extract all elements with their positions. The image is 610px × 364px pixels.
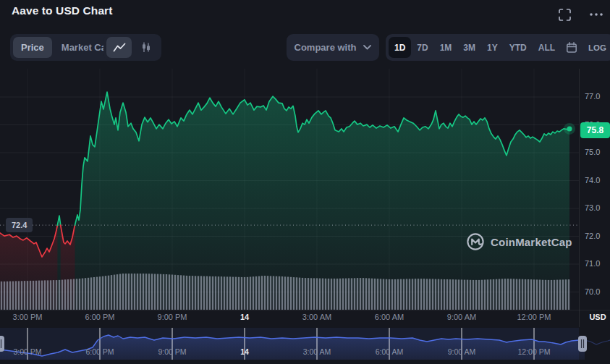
- current-price-badge: 75.8: [580, 122, 610, 138]
- x-axis-label: 9:00 AM: [447, 313, 476, 321]
- range-button-3m[interactable]: 3M: [457, 37, 481, 58]
- aave-chart-widget: Aave to USD Chart PriceMarket Cap: [0, 0, 610, 364]
- y-axis-label: 73.0: [585, 203, 600, 212]
- fullscreen-icon: [559, 9, 571, 21]
- calendar-icon: [566, 42, 577, 54]
- navigator-tick-label: 12:00 PM: [518, 347, 551, 356]
- more-options-button[interactable]: [586, 7, 606, 22]
- y-axis-label: 72.0: [585, 232, 600, 240]
- chart-type-toggle: [103, 34, 161, 61]
- open-price-badge: 72.4: [6, 218, 33, 232]
- y-axis-separator: [579, 69, 580, 327]
- navigator-left-handle[interactable]: [0, 336, 4, 352]
- x-axis-label: 14: [240, 313, 249, 321]
- current-price-dot: [567, 126, 572, 131]
- navigator-tick-label: 6:00 AM: [376, 347, 404, 356]
- navigator-tick-label: 9:00 AM: [448, 347, 476, 356]
- x-axis-label: 9:00 PM: [158, 313, 187, 321]
- metric-tab-price[interactable]: Price: [13, 37, 52, 58]
- compare-with-button[interactable]: Compare with: [287, 34, 379, 61]
- y-axis-label: 75.0: [585, 148, 600, 156]
- fullscreen-button[interactable]: [556, 7, 573, 22]
- x-axis-label: 6:00 AM: [375, 313, 404, 321]
- x-axis-label: 12:00 PM: [517, 313, 551, 321]
- y-axis-label: 70.0: [585, 287, 600, 296]
- range-button-7d[interactable]: 7D: [411, 37, 433, 58]
- range-button-1m[interactable]: 1M: [434, 37, 458, 58]
- y-axis-label: 77.0: [585, 92, 600, 101]
- log-scale-button[interactable]: LOG: [583, 37, 610, 58]
- range-button-ytd[interactable]: YTD: [504, 37, 533, 58]
- price-chart-plot[interactable]: [0, 69, 610, 310]
- range-list: 1D7D1M3M1YYTDALL: [389, 37, 561, 58]
- y-axis-label: 71.0: [585, 259, 600, 268]
- x-axis-label: 3:00 PM: [13, 313, 43, 321]
- navigator-tick-label: 3:00 PM: [13, 347, 41, 356]
- compare-with-label: Compare with: [295, 42, 357, 53]
- navigator-tick-label: 9:00 PM: [158, 347, 186, 356]
- candlestick-chart-type-button[interactable]: [133, 37, 158, 58]
- coinmarketcap-logo-icon: [466, 232, 485, 251]
- chevron-down-icon: [363, 45, 371, 50]
- line-chart-type-button[interactable]: [106, 37, 132, 58]
- x-axis-label: 6:00 PM: [85, 313, 115, 321]
- range-button-1d[interactable]: 1D: [389, 37, 411, 58]
- watermark-text: CoinMarketCap: [491, 236, 572, 248]
- page-title: Aave to USD Chart: [12, 4, 113, 17]
- navigator-tick-label: 6:00 PM: [85, 347, 114, 356]
- range-navigator[interactable]: 3:00 PM6:00 PM9:00 PM143:00 AM6:00 AM9:0…: [0, 328, 610, 360]
- navigator-tick-label: 3:00 AM: [303, 347, 331, 356]
- x-axis-label: 3:00 AM: [302, 313, 331, 321]
- x-axis-baseline: [0, 310, 610, 310]
- ellipsis-icon: [589, 12, 603, 17]
- candlestick-icon: [141, 42, 151, 53]
- line-chart-icon: [113, 43, 126, 52]
- range-selector: 1D7D1M3M1YYTDALL LOG: [386, 34, 610, 61]
- range-button-1y[interactable]: 1Y: [481, 37, 504, 58]
- navigator-right-handle[interactable]: [578, 336, 587, 352]
- calendar-button[interactable]: [562, 42, 582, 54]
- y-axis-label: 74.0: [585, 176, 600, 185]
- range-button-all[interactable]: ALL: [533, 37, 561, 58]
- coinmarketcap-watermark: CoinMarketCap: [466, 232, 572, 251]
- navigator-tick-label: 14: [240, 347, 249, 356]
- axis-unit-label: USD: [589, 313, 606, 321]
